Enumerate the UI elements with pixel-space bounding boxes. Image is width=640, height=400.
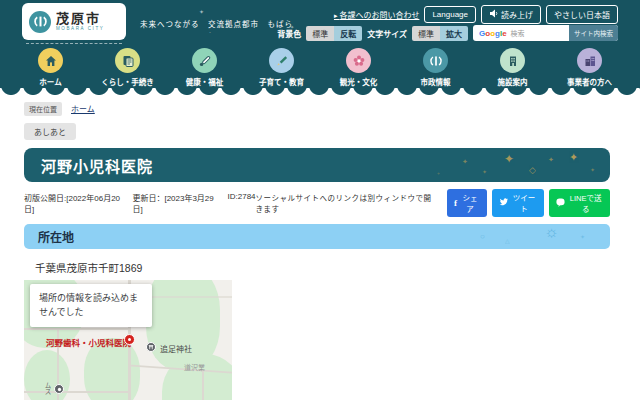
header-bar: 茂原市 MOBARA CITY 未来へつながる 交流拠点都市 もばら ✦ ✦ ・… xyxy=(0,0,640,45)
search-input[interactable]: 検索 xyxy=(511,28,569,38)
nav-item-home[interactable]: ホーム xyxy=(28,48,74,88)
clinic-map-marker[interactable] xyxy=(124,334,135,345)
contact-departments-link[interactable]: 各課へのお問い合わせ xyxy=(334,9,419,20)
shrine-map-label[interactable]: 追足神社 xyxy=(160,343,192,354)
textsize-label: 文字サイズ xyxy=(367,28,407,39)
line-share-button[interactable]: LINEで送る xyxy=(549,189,610,217)
nav-item-shisei[interactable]: 市政情報 xyxy=(413,48,459,88)
published-date: 初版公開日:[2022年06月20日] xyxy=(24,192,120,214)
map-road xyxy=(24,391,128,393)
background-color-label: 背景色 xyxy=(277,28,301,39)
triangle-decoration: △ xyxy=(505,237,510,244)
torii-icon xyxy=(148,344,154,350)
city-tagline: 未来へつながる 交流拠点都市 もばら xyxy=(140,18,293,29)
google-logo: Google xyxy=(479,29,507,38)
cherry-blossom-icon xyxy=(346,48,371,73)
site-subtitle: MOBARA CITY xyxy=(56,27,104,32)
sparkle-decoration: ✦ xyxy=(548,156,554,164)
facebook-icon: f xyxy=(454,198,457,208)
thermometer-icon xyxy=(192,48,217,73)
page-title-banner: 河野小児科医院 ✦ ✦ ✦ ◇ ✦ ✦ ✦ + xyxy=(24,148,610,182)
textsize-toggle: 標準 拡大 xyxy=(412,26,468,41)
background-invert-option[interactable]: 反転 xyxy=(334,26,362,41)
home-icon xyxy=(38,48,63,73)
speaker-icon xyxy=(489,9,498,20)
city-emblem-icon xyxy=(29,11,51,33)
nav-item-kurashi[interactable]: くらし・手続き xyxy=(105,48,151,88)
pencil-icon xyxy=(269,48,294,73)
tweet-button[interactable]: ツイート xyxy=(492,189,544,217)
diamond-decoration: ◇ xyxy=(529,165,536,175)
updated-date: 更新日：[2023年3月29日] xyxy=(132,192,215,214)
documents-icon xyxy=(115,48,140,73)
sparkle-decoration: ✦ xyxy=(199,8,204,15)
sparkle-decoration: ✦ xyxy=(580,233,585,240)
city-emblem-nav-icon xyxy=(423,48,448,73)
address-text: 千葉県茂原市千町1869 xyxy=(35,260,610,275)
background-standard-option[interactable]: 標準 xyxy=(306,26,334,41)
map-road xyxy=(24,328,128,330)
header-utility-row: 各課へのお問い合わせ Language 読み上げ やさしい日本語 xyxy=(334,5,618,24)
nav-item-kanko[interactable]: 観光・文化 xyxy=(336,48,382,88)
sparkle-decoration: + xyxy=(437,170,440,176)
circle-decoration: ○ xyxy=(480,232,485,241)
sparkle-decoration: ✦ xyxy=(482,168,487,175)
breadcrumb-home-link[interactable]: ホーム xyxy=(71,103,95,114)
embedded-map[interactable]: 河野歯科・小児科医院 追足神社 道沢業 ムス 場所の情報を読み込めませんでした xyxy=(24,280,232,400)
twitter-icon xyxy=(499,198,508,208)
main-navigation: ホーム くらし・手続き 健康・福祉 子育て・教育 観光・文化 xyxy=(0,45,640,88)
map-error-popup: 場所の情報を読み込めませんでした xyxy=(30,284,152,327)
map-road xyxy=(202,370,204,400)
shrine-map-marker[interactable] xyxy=(146,342,156,352)
header-settings-row: 背景色 標準 反転 文字サイズ 標準 拡大 Google 検索 サイト内検索 xyxy=(277,25,618,41)
site-title: 茂原市 xyxy=(56,12,104,25)
side-map-label: ムス xyxy=(42,382,52,395)
footprints-button[interactable]: あしあと xyxy=(24,123,76,140)
line-icon xyxy=(556,198,565,209)
background-toggle: 標準 反転 xyxy=(306,26,362,41)
nav-item-jigyosha[interactable]: 事業者の方へ xyxy=(567,48,613,88)
office-icon xyxy=(577,48,602,73)
site-logo[interactable]: 茂原市 MOBARA CITY xyxy=(22,3,126,40)
map-error-message: 場所の情報を読み込めませんでした xyxy=(39,293,138,317)
nav-item-shisetsu[interactable]: 施設案内 xyxy=(490,48,536,88)
wave-edge-decoration xyxy=(0,88,640,98)
textsize-expand-option[interactable]: 拡大 xyxy=(440,26,468,41)
sparkle-decoration: ・ xyxy=(208,30,212,36)
article-meta-row: 初版公開日:[2022年06月20日] 更新日：[2023年3月29日] ID:… xyxy=(24,189,610,217)
poi-map-marker[interactable] xyxy=(54,384,64,394)
sparkle-decoration: ✦ xyxy=(504,152,514,166)
section-title: 所在地 xyxy=(38,228,74,245)
readaloud-button[interactable]: 読み上げ xyxy=(481,5,541,24)
nav-item-kosodate[interactable]: 子育て・教育 xyxy=(259,48,305,88)
sparkle-decoration: ✦ xyxy=(462,158,468,166)
article-meta: 初版公開日:[2022年06月20日] 更新日：[2023年3月29日] ID:… xyxy=(24,192,256,214)
building-icon xyxy=(500,48,525,73)
social-note: ソーシャルサイトへのリンクは別ウィンドウで開きます xyxy=(256,192,438,214)
poi-icon xyxy=(57,387,62,392)
mobara-city-page: 茂原市 MOBARA CITY 未来へつながる 交流拠点都市 もばら ✦ ✦ ・… xyxy=(0,0,640,400)
textsize-standard-option[interactable]: 標準 xyxy=(412,26,440,41)
page-title: 河野小児科医院 xyxy=(41,155,153,176)
area-map-label: 道沢業 xyxy=(184,362,205,372)
page-id: ID:2784 xyxy=(228,192,256,214)
sun-decoration: ☼ xyxy=(544,224,559,241)
sparkle-decoration: ✦ xyxy=(590,166,595,173)
location-section-heading: 所在地 ○ △ ☼ ✦ xyxy=(24,224,610,249)
nav-item-kenko[interactable]: 健康・福祉 xyxy=(182,48,228,88)
easy-japanese-button[interactable]: やさしい日本語 xyxy=(546,5,618,24)
facebook-share-button[interactable]: f シェア xyxy=(447,189,487,217)
site-search-button[interactable]: サイト内検索 xyxy=(569,25,618,41)
breadcrumb: 現在位置 ホーム xyxy=(24,102,610,115)
logo-text: 茂原市 MOBARA CITY xyxy=(56,12,104,32)
language-button[interactable]: Language xyxy=(424,6,476,23)
social-share-row: ソーシャルサイトへのリンクは別ウィンドウで開きます f シェア ツイート LIN… xyxy=(256,189,610,217)
clinic-map-label[interactable]: 河野歯科・小児科医院 xyxy=(46,336,131,348)
site-search: Google 検索 サイト内検索 xyxy=(473,25,618,41)
sparkle-decoration: ✦ xyxy=(569,151,578,164)
page-content: 現在位置 ホーム あしあと 河野小児科医院 ✦ ✦ ✦ ◇ ✦ ✦ ✦ + 初版… xyxy=(0,98,640,400)
current-position-badge: 現在位置 xyxy=(24,102,62,116)
